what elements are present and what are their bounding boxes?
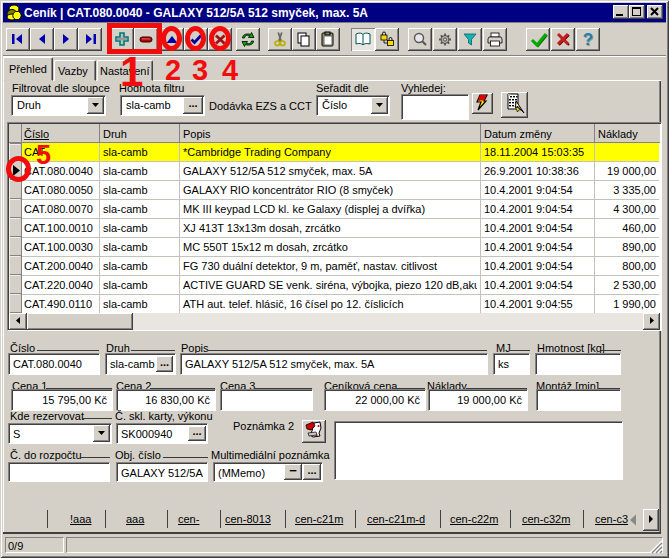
svg-text:?: ? bbox=[583, 31, 593, 48]
